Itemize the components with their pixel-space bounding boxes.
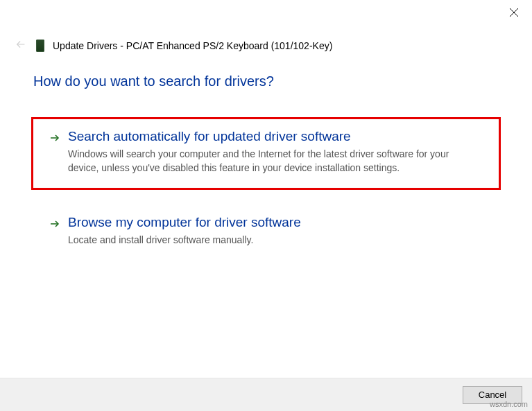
option-title: Search automatically for updated driver … [68,129,482,144]
arrow-right-icon [50,215,60,231]
option-search-automatically[interactable]: Search automatically for updated driver … [31,117,501,190]
watermark-text: wsxdn.com [490,400,528,408]
option-body: Search automatically for updated driver … [68,129,482,175]
update-drivers-dialog: Update Drivers - PC/AT Enhanced PS/2 Key… [0,0,532,411]
arrow-right-icon [50,129,60,146]
back-arrow-icon [15,38,27,53]
titlebar [0,0,532,29]
option-description: Locate and install driver software manua… [68,233,482,247]
option-description: Windows will search your computer and th… [68,147,482,175]
option-body: Browse my computer for driver software L… [68,215,482,247]
keyboard-device-icon [36,40,44,52]
close-icon [509,8,519,20]
option-title: Browse my computer for driver software [68,215,482,230]
dialog-title: Update Drivers - PC/AT Enhanced PS/2 Key… [53,40,332,51]
header-row: Update Drivers - PC/AT Enhanced PS/2 Key… [0,29,532,53]
option-browse-computer[interactable]: Browse my computer for driver software L… [33,205,499,259]
page-heading: How do you want to search for drivers? [33,73,499,89]
content-area: How do you want to search for drivers? S… [0,53,532,378]
back-button[interactable] [14,39,28,53]
close-button[interactable] [508,8,520,19]
footer-bar: Cancel [0,378,532,411]
